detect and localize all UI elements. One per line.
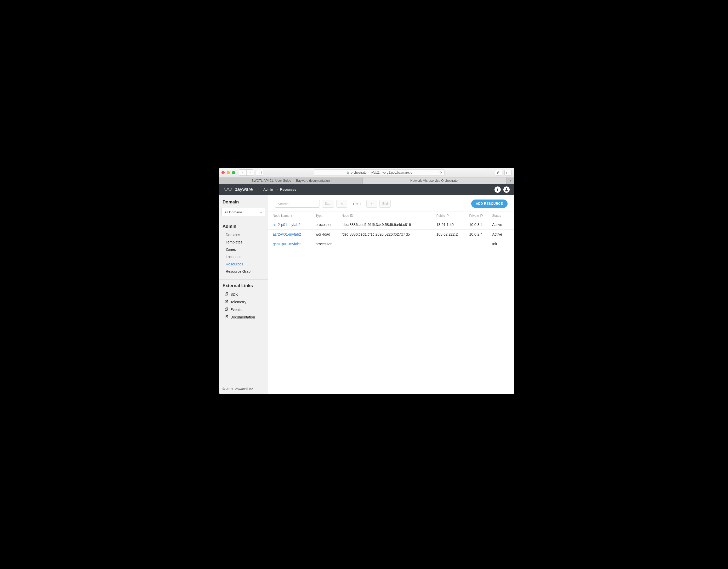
external-link-sdk[interactable]: SDK (219, 291, 268, 298)
cell-public-ip: 168.62.222.2 (434, 230, 467, 239)
breadcrumb-item-1[interactable]: Resources (280, 187, 296, 191)
cell-node-id (339, 239, 434, 249)
browser-window: 🔒 orchestrator-myfab2.myorg2.poc.bayware… (219, 168, 514, 394)
external-link-telemetry[interactable]: Telemetry (219, 298, 268, 306)
brand-name: bayware (235, 187, 253, 192)
external-link-icon (225, 315, 228, 319)
user-avatar-icon[interactable] (503, 186, 510, 193)
external-link-icon (225, 300, 228, 304)
col-private-ip[interactable]: Private IP (467, 212, 490, 220)
sort-icon: ▼ (290, 215, 293, 217)
nav-forward-button[interactable] (246, 170, 254, 175)
col-public-ip[interactable]: Public IP (434, 212, 467, 220)
col-node-name[interactable]: Node Name▼ (268, 212, 314, 220)
browser-tab-1[interactable]: Network Microservice Orchestrator (363, 178, 507, 184)
pager-info: 1 of 1 (349, 200, 364, 208)
url-host: orchestrator-myfab2.myorg2.poc.bayware.i… (351, 171, 412, 174)
window-close-button[interactable] (221, 171, 225, 174)
share-button[interactable] (495, 170, 502, 175)
address-bar[interactable]: 🔒 orchestrator-myfab2.myorg2.poc.bayware… (314, 169, 445, 176)
breadcrumb: Admin > Resources (263, 187, 296, 191)
nav-back-button[interactable] (239, 170, 246, 175)
node-link[interactable]: azr2-w01-myfab2 (273, 232, 301, 236)
browser-tab-0[interactable]: BWCTL-API CLI User Guide — Bayware docum… (219, 178, 363, 184)
add-resource-button[interactable]: ADD RESOURCE (471, 200, 508, 208)
sidebar-domain-title: Domain (219, 198, 268, 207)
svg-rect-4 (507, 172, 509, 174)
cell-node-name: azr2-p01-myfab2 (268, 220, 314, 230)
cell-private-ip: 10.0.3.4 (467, 220, 490, 230)
node-link[interactable]: gcp1-p01-myfab2 (273, 242, 301, 246)
window-minimize-button[interactable] (227, 171, 230, 174)
search-input[interactable] (275, 200, 320, 208)
sidebar-item-locations[interactable]: Locations (219, 253, 268, 260)
breadcrumb-item-0[interactable]: Admin (263, 187, 273, 191)
pager-prev-button[interactable]: « (336, 200, 347, 208)
sidebar-external-title: External Links (219, 282, 268, 291)
node-link[interactable]: azr2-p01-myfab2 (273, 223, 300, 227)
chevron-down-icon (260, 210, 262, 214)
info-icon[interactable]: i (494, 186, 501, 193)
cell-node-id: fdec:8886:ced1:91f6:3c49:58d6:9a4d:c819 (339, 220, 434, 230)
cell-node-id: fdec:8886:ced1:cf1c:2820:5226:f627:c4d5 (339, 230, 434, 239)
sidebar-item-zones[interactable]: Zones (219, 246, 268, 253)
svg-rect-0 (258, 171, 261, 174)
toolbar: Start « 1 of 1 » End ADD RESOURCE (268, 195, 514, 212)
cell-private-ip: 10.0.2.4 (467, 230, 490, 239)
cell-node-name: azr2-w01-myfab2 (268, 230, 314, 239)
sidebar-item-resource-graph[interactable]: Resource Graph (219, 268, 268, 275)
domain-select[interactable]: All Domains (221, 208, 265, 216)
external-link-icon (225, 292, 228, 297)
sidebar-item-resources[interactable]: Resources (219, 260, 268, 268)
brand-logo[interactable]: bayware (224, 187, 253, 192)
external-link-icon (225, 307, 228, 312)
col-type[interactable]: Type (314, 212, 340, 220)
reload-icon[interactable]: ⟳ (440, 171, 442, 174)
app-header: bayware Admin > Resources i (219, 184, 514, 195)
sidebar-toggle-button[interactable] (256, 170, 263, 175)
cell-status: Active (490, 220, 514, 230)
external-link-documentation[interactable]: Documentation (219, 313, 268, 321)
pager-start-button[interactable]: Start (322, 200, 334, 208)
cell-public-ip (434, 239, 467, 249)
external-link-events[interactable]: Events (219, 306, 268, 313)
lock-icon: 🔒 (346, 171, 349, 174)
window-zoom-button[interactable] (232, 171, 235, 174)
pager-next-button[interactable]: » (366, 200, 377, 208)
cell-status: Init (490, 239, 514, 249)
table-row: azr2-p01-myfab2processorfdec:8886:ced1:9… (268, 220, 514, 230)
col-node-id[interactable]: Node ID (339, 212, 434, 220)
cell-type: processor (314, 220, 340, 230)
table-row: azr2-w01-myfab2workloadfdec:8886:ced1:cf… (268, 230, 514, 239)
tabs-overview-button[interactable] (504, 170, 512, 175)
pager-end-button[interactable]: End (379, 200, 391, 208)
cell-node-name: gcp1-p01-myfab2 (268, 239, 314, 249)
cell-private-ip (467, 239, 490, 249)
cell-type: processor (314, 239, 340, 249)
cell-status: Active (490, 230, 514, 239)
cell-type: workload (314, 230, 340, 239)
new-tab-button[interactable]: + (507, 178, 514, 184)
main-content: Start « 1 of 1 » End ADD RESOURCE Node N… (268, 195, 514, 394)
titlebar: 🔒 orchestrator-myfab2.myorg2.poc.bayware… (219, 168, 514, 178)
sidebar-item-templates[interactable]: Templates (219, 238, 268, 246)
sidebar-footer: © 2019 Bayware® Inc. (219, 384, 268, 394)
sidebar-item-domains[interactable]: Domains (219, 231, 268, 238)
col-status[interactable]: Status (490, 212, 514, 220)
svg-point-5 (506, 188, 507, 190)
sidebar: Domain All Domains Admin DomainsTemplate… (219, 195, 268, 394)
sidebar-admin-title: Admin (219, 223, 268, 231)
table-row: gcp1-p01-myfab2processorInit (268, 239, 514, 249)
cell-public-ip: 13.91.1.40 (434, 220, 467, 230)
resources-table: Node Name▼ Type Node ID Public IP Privat… (268, 212, 514, 249)
tab-bar: BWCTL-API CLI User Guide — Bayware docum… (219, 178, 514, 184)
